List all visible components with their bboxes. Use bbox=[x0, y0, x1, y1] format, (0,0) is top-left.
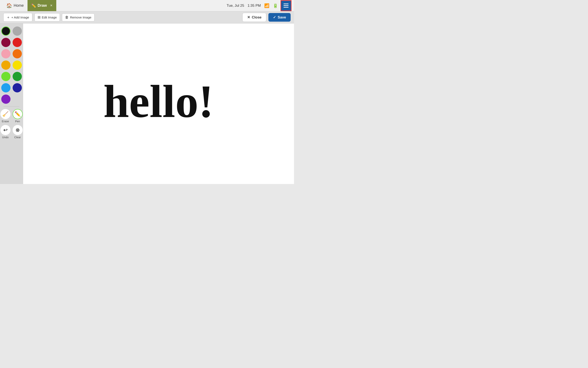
save-label: Save bbox=[278, 15, 286, 19]
main-area: 🧹 Erase ✏️ Pen ↩ Undo ⊗ Clear hello! bbox=[0, 24, 294, 184]
home-icon: 🏠 bbox=[6, 3, 12, 9]
save-button[interactable]: ✓ Save bbox=[268, 13, 291, 22]
color-red[interactable] bbox=[13, 38, 22, 47]
clear-label: Clear bbox=[14, 136, 21, 139]
undo-label: Undo bbox=[2, 136, 9, 139]
toolbar: ＋ + Add Image ⊞ Edit Image 🗑 Remove Imag… bbox=[0, 11, 294, 24]
canvas-area[interactable]: hello! bbox=[23, 24, 294, 184]
edit-image-button[interactable]: ⊞ Edit Image bbox=[35, 13, 60, 21]
top-bar: 🏠 Home ✏️ Draw × Tue, Jul 25 1:35 PM 📶 🔋 bbox=[0, 0, 294, 11]
draw-tab-label: Draw bbox=[38, 3, 47, 8]
close-label: Close bbox=[252, 15, 262, 19]
remove-image-label: Remove Image bbox=[70, 16, 91, 19]
add-image-icon: ＋ bbox=[7, 15, 10, 20]
edit-image-label: Edit Image bbox=[42, 16, 57, 19]
tool-row-1: 🧹 Erase ✏️ Pen bbox=[0, 109, 23, 123]
color-gray[interactable] bbox=[13, 27, 22, 36]
color-purple[interactable] bbox=[1, 94, 10, 104]
draw-tab-close-button[interactable]: × bbox=[50, 3, 53, 8]
undo-button[interactable]: ↩ Undo bbox=[0, 125, 10, 139]
remove-image-button[interactable]: 🗑 Remove Image bbox=[62, 13, 94, 21]
add-image-button[interactable]: ＋ + Add Image bbox=[3, 13, 32, 22]
home-label: Home bbox=[14, 3, 24, 8]
color-dark-red[interactable] bbox=[1, 38, 10, 47]
wifi-icon: 📶 bbox=[264, 3, 270, 8]
status-area: Tue, Jul 25 1:35 PM 📶 🔋 bbox=[226, 3, 278, 8]
save-icon: ✓ bbox=[273, 15, 276, 19]
draw-tab-icon: ✏️ bbox=[31, 3, 36, 8]
undo-icon: ↩ bbox=[0, 125, 10, 135]
menu-bar-1 bbox=[283, 4, 289, 4]
tool-row-2: ↩ Undo ⊗ Clear bbox=[0, 125, 23, 139]
color-lime[interactable] bbox=[1, 72, 10, 81]
clear-button[interactable]: ⊗ Clear bbox=[13, 125, 23, 139]
home-tab[interactable]: 🏠 Home bbox=[2, 0, 27, 11]
color-orange[interactable] bbox=[13, 49, 22, 58]
remove-image-icon: 🗑 bbox=[65, 15, 69, 19]
pen-tool-button[interactable]: ✏️ Pen bbox=[13, 109, 23, 123]
canvas-drawing: hello! bbox=[103, 78, 214, 125]
color-golden[interactable] bbox=[1, 61, 10, 70]
menu-bar-3 bbox=[283, 7, 289, 8]
canvas-content: hello! bbox=[23, 24, 294, 184]
erase-label: Erase bbox=[2, 120, 9, 123]
color-pink[interactable] bbox=[1, 49, 10, 58]
edit-image-icon: ⊞ bbox=[38, 15, 41, 19]
color-navy[interactable] bbox=[13, 83, 22, 92]
battery-icon: 🔋 bbox=[273, 3, 278, 8]
pen-icon: ✏️ bbox=[13, 109, 23, 119]
close-button[interactable]: ✕ Close bbox=[242, 13, 266, 22]
menu-button[interactable] bbox=[280, 0, 291, 11]
pen-label: Pen bbox=[15, 120, 20, 123]
sidebar: 🧹 Erase ✏️ Pen ↩ Undo ⊗ Clear bbox=[0, 24, 23, 184]
color-green[interactable] bbox=[13, 72, 22, 81]
erase-tool-button[interactable]: 🧹 Erase bbox=[0, 109, 10, 123]
close-icon: ✕ bbox=[247, 15, 250, 19]
color-yellow[interactable] bbox=[13, 61, 22, 70]
add-image-label: + Add Image bbox=[11, 16, 29, 19]
draw-tab[interactable]: ✏️ Draw × bbox=[27, 0, 56, 11]
erase-icon: 🧹 bbox=[0, 109, 10, 119]
color-cyan[interactable] bbox=[1, 83, 10, 92]
sidebar-divider-1 bbox=[4, 106, 19, 107]
status-time: 1:35 PM bbox=[248, 4, 261, 8]
clear-icon: ⊗ bbox=[13, 125, 23, 135]
menu-bar-2 bbox=[283, 5, 289, 6]
color-palette bbox=[1, 27, 22, 104]
status-date: Tue, Jul 25 bbox=[226, 4, 244, 8]
color-black[interactable] bbox=[1, 27, 10, 36]
